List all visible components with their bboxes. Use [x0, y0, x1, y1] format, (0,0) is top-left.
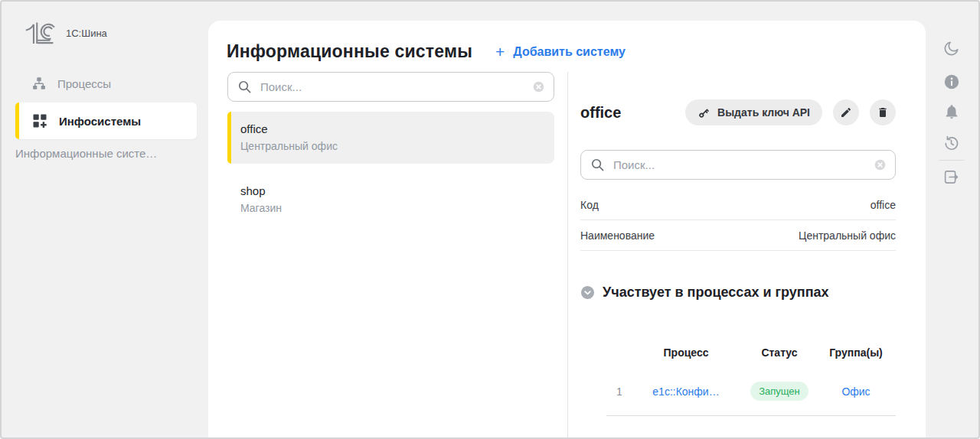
detail-search-input[interactable]	[613, 158, 874, 171]
clear-circle-icon	[532, 80, 545, 93]
property-value: Центральный офис	[799, 229, 896, 242]
column-header-status: Статус	[740, 346, 819, 359]
page-title: Информационные системы	[227, 41, 472, 62]
systems-list: office Центральный офис shop Магазин	[227, 112, 554, 226]
column-header-groups: Группа(ы)	[819, 346, 893, 359]
sidebar-nav: Процессы Инфосистемы Информационные сист…	[2, 66, 208, 160]
systems-search-input[interactable]	[260, 80, 532, 93]
history-icon	[942, 135, 960, 152]
table-header-row: Процесс Статус Группа(ы)	[606, 346, 896, 359]
sidebar-item-label: Инфосистемы	[59, 115, 141, 128]
logout-icon	[942, 168, 960, 186]
detail-actions: Выдать ключ API	[685, 99, 896, 125]
sidebar: 1С:Шина Процессы	[2, 2, 208, 437]
search-icon	[590, 158, 605, 172]
bell-icon	[943, 103, 960, 120]
plus-icon: +	[495, 44, 505, 60]
detail-header: office Выдать ключ API	[580, 99, 896, 125]
detail-search	[580, 150, 896, 180]
notifications-button[interactable]	[943, 103, 960, 120]
list-item-shop[interactable]: shop Магазин	[227, 174, 554, 226]
system-name: Центральный офис	[240, 140, 542, 152]
1c-logo-icon	[24, 20, 58, 46]
systems-list-column: office Центральный офис shop Магазин	[208, 72, 568, 439]
search-icon	[237, 80, 252, 94]
trash-icon	[877, 106, 889, 119]
right-toolbar	[924, 2, 978, 437]
system-name: Магазин	[240, 202, 542, 214]
section-title: Участвует в процессах и группах	[603, 285, 829, 301]
property-row-name: Наименование Центральный офис	[580, 220, 896, 251]
theme-toggle-button[interactable]	[942, 40, 960, 57]
status-badge: Запущен	[750, 382, 808, 401]
sidebar-item-label: Процессы	[57, 77, 111, 90]
system-code: shop	[240, 184, 542, 197]
process-link[interactable]: e1c::Конфи…	[652, 385, 719, 398]
list-item-office[interactable]: office Центральный офис	[227, 112, 554, 164]
pencil-icon	[840, 106, 852, 119]
add-system-button[interactable]: + Добавить систему	[495, 44, 626, 60]
add-system-label: Добавить систему	[513, 45, 626, 59]
chevron-down-circle-icon	[580, 285, 595, 300]
info-icon	[943, 73, 960, 90]
sidebar-subitem-infosystems[interactable]: Информационные систе…	[15, 147, 194, 160]
collapse-section-button[interactable]	[580, 285, 595, 300]
brand-name: 1С:Шина	[66, 28, 107, 39]
logout-button[interactable]	[942, 168, 960, 186]
issue-api-key-label: Выдать ключ API	[717, 106, 810, 119]
app-window: 1С:Шина Процессы	[0, 0, 980, 439]
sitemap-icon	[32, 76, 46, 90]
grid-add-icon	[32, 113, 47, 128]
property-label: Наименование	[580, 229, 655, 242]
moon-icon	[942, 40, 960, 57]
detail-title: office	[580, 104, 621, 122]
properties-list: Код office Наименование Центральный офис	[580, 190, 896, 251]
property-value: office	[871, 199, 896, 211]
sidebar-item-infosystems[interactable]: Инфосистемы	[15, 102, 197, 139]
systems-search	[227, 72, 554, 102]
table-row: 1 e1c::Конфи… Запущен Офис	[606, 382, 896, 416]
sidebar-item-processes[interactable]: Процессы	[2, 66, 208, 101]
history-button[interactable]	[942, 135, 960, 152]
search-clear-button[interactable]	[532, 80, 545, 93]
system-detail-column: office Выдать ключ API	[568, 72, 926, 439]
processes-table: Процесс Статус Группа(ы) 1 e1c::Конфи… З…	[606, 346, 896, 416]
content-columns: office Центральный офис shop Магазин off…	[208, 72, 926, 439]
property-row-code: Код office	[580, 190, 896, 220]
key-icon	[697, 106, 710, 119]
toolbar-divider	[939, 160, 965, 161]
main-header: Информационные системы + Добавить систем…	[208, 21, 926, 62]
info-button[interactable]	[943, 73, 960, 90]
clear-circle-icon	[874, 158, 887, 171]
issue-api-key-button[interactable]: Выдать ключ API	[685, 99, 822, 125]
brand: 1С:Шина	[24, 20, 208, 46]
search-clear-button[interactable]	[874, 158, 887, 171]
group-link[interactable]: Офис	[841, 385, 870, 398]
edit-button[interactable]	[833, 99, 859, 125]
delete-button[interactable]	[870, 99, 896, 125]
participation-section-header: Участвует в процессах и группах	[580, 285, 896, 301]
system-code: office	[240, 122, 542, 135]
column-header-process: Процесс	[632, 346, 740, 359]
row-number: 1	[606, 385, 632, 398]
property-label: Код	[580, 199, 599, 211]
main-panel: Информационные системы + Добавить систем…	[208, 21, 926, 439]
